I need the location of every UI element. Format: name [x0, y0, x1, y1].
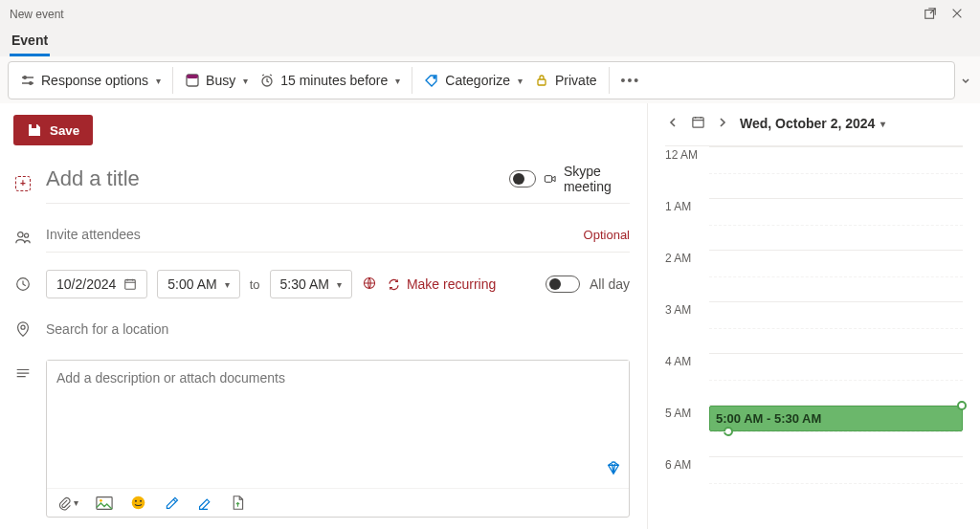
svg-point-1 [24, 77, 27, 79]
reminder-button[interactable]: 15 minutes before ▾ [254, 69, 406, 92]
reminder-label: 15 minutes before [280, 73, 388, 88]
day-grid[interactable]: 12 AM 1 AM 2 AM 3 AM 4 AM 5 AM 5:00 AM -… [665, 145, 963, 508]
show-as-label: Busy [206, 73, 235, 88]
description-box: ▾ [46, 360, 630, 518]
editor-diamond-icon[interactable] [605, 459, 622, 479]
start-date-picker[interactable]: 10/2/2024 [46, 270, 147, 298]
svg-point-10 [25, 233, 29, 237]
svg-point-14 [21, 325, 25, 329]
main: Save + Skype meeting Optio [0, 103, 980, 529]
response-options-button[interactable]: Response options ▾ [14, 69, 167, 92]
private-button[interactable]: Private [528, 69, 603, 92]
svg-point-2 [30, 82, 33, 85]
location-icon [13, 320, 33, 338]
timezone-icon[interactable] [362, 276, 377, 294]
day-view: Wed, October 2, 2024 ▾ 12 AM 1 AM 2 AM 3… [647, 103, 980, 529]
save-button[interactable]: Save [13, 115, 93, 145]
ellipsis-icon: ••• [621, 73, 641, 88]
next-day-button[interactable] [715, 116, 730, 131]
chevron-down-icon: ▾ [337, 279, 342, 290]
resize-handle-top[interactable] [957, 401, 967, 410]
svg-point-18 [135, 500, 137, 502]
private-label: Private [555, 73, 597, 88]
svg-point-16 [100, 498, 102, 501]
people-icon [13, 229, 33, 246]
categorize-button[interactable]: Categorize ▾ [418, 69, 528, 92]
make-recurring-link[interactable]: Make recurring [387, 276, 496, 292]
categorize-label: Categorize [445, 73, 510, 88]
svg-rect-4 [187, 75, 198, 78]
attendees-input[interactable] [46, 221, 584, 248]
highlight-button[interactable] [164, 495, 180, 511]
recurring-icon [387, 277, 401, 292]
ribbon-collapse-button[interactable] [959, 73, 972, 88]
event-form: Save + Skype meeting Optio [0, 103, 647, 529]
recurring-label: Make recurring [407, 276, 496, 292]
resize-handle-bottom[interactable] [724, 427, 733, 436]
optional-attendees-link[interactable]: Optional [584, 228, 630, 242]
ink-button[interactable] [197, 495, 213, 511]
start-time-value: 5:00 AM [167, 276, 216, 292]
description-textarea[interactable] [47, 361, 629, 485]
svg-rect-12 [125, 280, 136, 290]
prev-day-button[interactable] [665, 116, 680, 131]
hour-label: 2 AM [665, 250, 709, 301]
response-options-label: Response options [41, 73, 148, 88]
description-icon [13, 360, 33, 383]
chevron-down-icon: ▾ [395, 76, 400, 86]
hour-label: 6 AM [665, 456, 709, 508]
svg-point-6 [434, 77, 435, 78]
chevron-down-icon: ▾ [880, 119, 885, 129]
calendar-icon [123, 277, 137, 291]
day-view-date-label: Wed, October 2, 2024 [740, 116, 875, 131]
calendar-picker-button[interactable] [690, 115, 705, 132]
save-label: Save [50, 123, 79, 138]
template-icon[interactable]: + [13, 176, 33, 191]
chevron-down-icon: ▾ [243, 76, 248, 86]
title-input[interactable] [46, 163, 498, 195]
svg-rect-20 [692, 118, 702, 127]
insert-file-button[interactable] [231, 495, 245, 511]
ribbon: Response options ▾ Busy ▾ 15 minutes bef… [0, 57, 980, 103]
popout-icon[interactable] [917, 7, 944, 23]
clock-icon [13, 276, 33, 293]
tab-event[interactable]: Event [10, 29, 50, 56]
hour-label: 3 AM [665, 301, 709, 353]
insert-image-button[interactable] [96, 496, 113, 511]
chevron-down-icon: ▾ [518, 76, 523, 86]
day-view-header: Wed, October 2, 2024 ▾ [665, 115, 963, 132]
video-icon [544, 170, 556, 187]
end-time-picker[interactable]: 5:30 AM ▾ [270, 270, 352, 298]
close-icon[interactable] [944, 7, 970, 23]
title-bar: New event [0, 0, 980, 29]
event-time-label: 5:00 AM - 5:30 AM [716, 411, 821, 426]
more-options-button[interactable]: ••• [615, 69, 647, 92]
start-date-value: 10/2/2024 [56, 276, 116, 292]
event-block[interactable]: 5:00 AM - 5:30 AM [709, 406, 963, 431]
skype-label: Skype meeting [564, 164, 630, 194]
day-view-date[interactable]: Wed, October 2, 2024 ▾ [740, 116, 885, 131]
allday-toggle[interactable] [546, 276, 580, 293]
location-input[interactable] [46, 316, 630, 342]
window-title: New event [10, 8, 64, 21]
svg-rect-7 [538, 79, 546, 85]
to-label: to [250, 277, 260, 292]
attach-button[interactable]: ▾ [56, 496, 78, 511]
start-time-picker[interactable]: 5:00 AM ▾ [157, 270, 239, 298]
chevron-down-icon: ▾ [156, 76, 161, 86]
end-time-value: 5:30 AM [280, 276, 329, 292]
allday-label: All day [590, 276, 630, 292]
hour-label: 5 AM [665, 405, 709, 456]
hour-label: 12 AM [665, 146, 709, 198]
tabs: Event [0, 29, 980, 57]
hour-label: 1 AM [665, 198, 709, 250]
hour-label: 4 AM [665, 353, 709, 405]
svg-rect-8 [545, 176, 551, 183]
emoji-button[interactable] [130, 495, 146, 511]
skype-toggle[interactable] [509, 170, 535, 187]
svg-point-19 [140, 500, 142, 502]
chevron-down-icon: ▾ [225, 279, 230, 290]
description-toolbar: ▾ [47, 488, 629, 517]
svg-point-17 [132, 496, 145, 510]
show-as-button[interactable]: Busy ▾ [179, 69, 254, 92]
